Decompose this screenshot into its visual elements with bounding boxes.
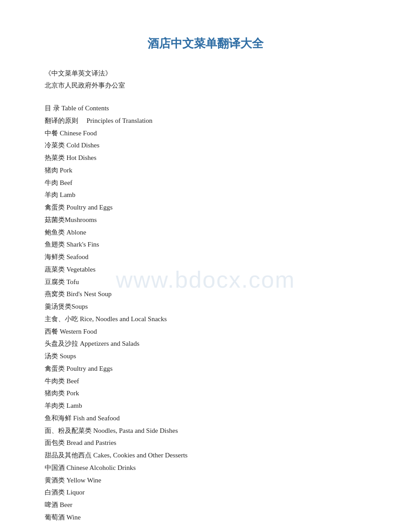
toc-item: 头盘及沙拉 Appetizers and Salads: [45, 338, 366, 350]
toc-item: 鱼翅类 Shark's Fins: [45, 239, 366, 251]
toc-item: 白酒类 Liquor: [45, 486, 366, 499]
toc-item: 黄酒类 Yellow Wine: [45, 474, 366, 487]
subtitle-line-1: 《中文菜单英文译法》: [45, 67, 366, 80]
toc-item: 牛肉 Beef: [45, 177, 366, 189]
subtitle-block: 《中文菜单英文译法》 北京市人民政府外事办公室: [45, 67, 366, 92]
toc-item: 猪肉 Pork: [45, 164, 366, 177]
toc-item: 面、粉及配菜类 Noodles, Pasta and Side Dishes: [45, 425, 366, 437]
toc-item: 主食、小吃 Rice, Noodles and Local Snacks: [45, 313, 366, 326]
toc-item: 面包类 Bread and Pastries: [45, 437, 366, 449]
toc-item: 海鲜类 Seafood: [45, 251, 366, 264]
toc-item: 鱼和海鲜 Fish and Seafood: [45, 412, 366, 425]
page-title: 酒店中文菜单翻译大全: [45, 36, 366, 51]
toc-item: 葡萄酒 Wine: [45, 511, 366, 524]
toc-item: 羊肉类 Lamb: [45, 400, 366, 412]
toc-item: 鲍鱼类 Ablone: [45, 226, 366, 239]
toc-item: 中餐 Chinese Food: [45, 127, 366, 140]
subtitle-line-2: 北京市人民政府外事办公室: [45, 80, 366, 92]
toc-item: 猪肉类 Pork: [45, 387, 366, 400]
toc-item: 翻译的原则 Principles of Translation: [45, 115, 366, 127]
toc-item: 菇菌类Mushrooms: [45, 214, 366, 226]
toc-item: 豆腐类 Tofu: [45, 276, 366, 289]
toc-item: 禽蛋类 Poultry and Eggs: [45, 201, 366, 214]
toc-item: 冷菜类 Cold Dishes: [45, 139, 366, 152]
toc-item: 热菜类 Hot Dishes: [45, 152, 366, 164]
toc-item: 甜品及其他西点 Cakes, Cookies and Other Dessert…: [45, 449, 366, 462]
toc-item: 牛肉类 Beef: [45, 375, 366, 388]
toc-item: 啤酒 Beer: [45, 499, 366, 511]
toc-item: 西餐 Western Food: [45, 326, 366, 338]
toc-item: 羊肉 Lamb: [45, 189, 366, 201]
toc-item: 蔬菜类 Vegetables: [45, 264, 366, 276]
toc-item: 汤类 Soups: [45, 350, 366, 363]
toc-item: 燕窝类 Bird's Nest Soup: [45, 288, 366, 301]
toc-item: 目 录 Table of Contents: [45, 102, 366, 115]
toc-item: 中国酒 Chinese Alcoholic Drinks: [45, 462, 366, 474]
toc-item: 羹汤煲类Soups: [45, 301, 366, 313]
toc-item: 禽蛋类 Poultry and Eggs: [45, 363, 366, 375]
toc-list: 目 录 Table of Contents翻译的原则 Principles of…: [45, 102, 366, 524]
